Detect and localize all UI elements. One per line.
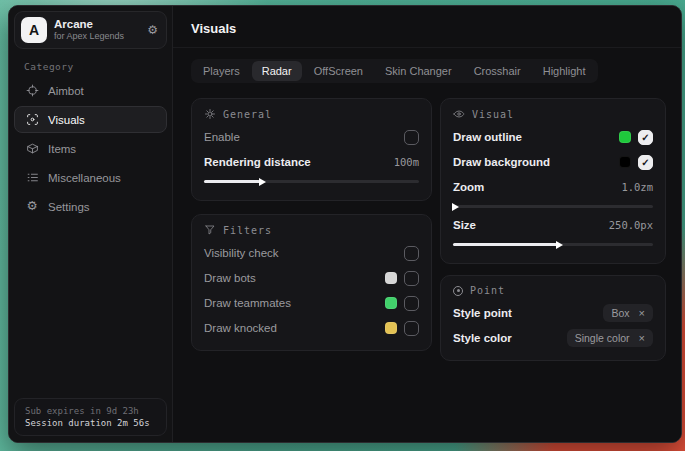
filters-panel-header: Filters bbox=[204, 224, 419, 236]
package-icon bbox=[25, 142, 39, 156]
funnel-icon bbox=[204, 224, 216, 236]
size-row: Size 250.0px bbox=[453, 214, 653, 236]
draw-bots-color-swatch[interactable] bbox=[385, 272, 397, 284]
tab-offscreen[interactable]: OffScreen bbox=[304, 61, 373, 81]
visibility-check-row: Visibility check bbox=[204, 242, 419, 264]
eye-scan-icon bbox=[25, 113, 39, 127]
tab-players[interactable]: Players bbox=[193, 61, 250, 81]
size-value: 250.0px bbox=[609, 219, 653, 231]
style-color-value: Single color bbox=[575, 332, 630, 344]
draw-outline-row: Draw outline ✓ bbox=[453, 126, 653, 148]
sub-expires-text: Sub expires in 9d 23h bbox=[25, 406, 156, 416]
panel-title: Visual bbox=[472, 109, 514, 120]
draw-bots-checkbox[interactable] bbox=[404, 271, 419, 286]
sidebar-item-visuals[interactable]: Visuals bbox=[14, 106, 167, 133]
draw-outline-checkbox[interactable]: ✓ bbox=[638, 130, 653, 145]
sidebar-item-miscellaneous[interactable]: Miscellaneous bbox=[14, 164, 167, 191]
list-icon bbox=[25, 171, 39, 185]
tab-bar: Players Radar OffScreen Skin Changer Cro… bbox=[191, 59, 598, 83]
slider-thumb[interactable] bbox=[556, 241, 563, 249]
zoom-slider[interactable] bbox=[453, 205, 653, 208]
main-header: Visuals bbox=[173, 6, 681, 48]
style-point-value: Box bbox=[611, 307, 629, 319]
tab-skin-changer[interactable]: Skin Changer bbox=[375, 61, 462, 81]
gear-icon: ⚙ bbox=[25, 200, 39, 214]
rendering-distance-row: Rendering distance 100m bbox=[204, 151, 419, 173]
slider-thumb[interactable] bbox=[452, 203, 459, 211]
sidebar-item-items[interactable]: Items bbox=[14, 135, 167, 162]
close-icon[interactable]: × bbox=[639, 308, 645, 319]
draw-outline-color-swatch[interactable] bbox=[619, 131, 631, 143]
header-gear-icon[interactable]: ⚙ bbox=[147, 23, 158, 37]
app-subtitle: for Apex Legends bbox=[54, 31, 124, 41]
app-logo: A bbox=[21, 17, 47, 43]
draw-outline-label: Draw outline bbox=[453, 131, 522, 143]
draw-teammates-label: Draw teammates bbox=[204, 297, 291, 309]
panel-title: Point bbox=[470, 285, 505, 296]
draw-teammates-checkbox[interactable] bbox=[404, 296, 419, 311]
draw-teammates-row: Draw teammates bbox=[204, 292, 419, 314]
slider-fill bbox=[204, 180, 260, 183]
left-column: General Enable Rendering distance 100m bbox=[191, 98, 432, 351]
visibility-check-label: Visibility check bbox=[204, 247, 279, 259]
zoom-row: Zoom 1.0zm bbox=[453, 176, 653, 198]
size-slider[interactable] bbox=[453, 243, 653, 246]
visual-panel: Visual Draw outline ✓ Draw background bbox=[440, 98, 666, 264]
eye-icon bbox=[453, 108, 465, 120]
zoom-label: Zoom bbox=[453, 181, 484, 193]
tab-crosshair[interactable]: Crosshair bbox=[464, 61, 531, 81]
slider-fill bbox=[453, 243, 557, 246]
enable-checkbox[interactable] bbox=[404, 130, 419, 145]
sidebar-item-label: Settings bbox=[48, 201, 90, 213]
slider-thumb[interactable] bbox=[259, 178, 266, 186]
draw-knocked-checkbox[interactable] bbox=[404, 321, 419, 336]
rendering-distance-slider[interactable] bbox=[204, 180, 419, 183]
cog-icon bbox=[204, 108, 216, 120]
draw-bots-label: Draw bots bbox=[204, 272, 256, 284]
style-color-chip[interactable]: Single color × bbox=[567, 329, 653, 347]
draw-knocked-row: Draw knocked bbox=[204, 317, 419, 339]
sidebar-item-settings[interactable]: ⚙ Settings bbox=[14, 193, 167, 220]
rendering-distance-label: Rendering distance bbox=[204, 156, 311, 168]
draw-background-color-swatch[interactable] bbox=[619, 156, 631, 168]
enable-label: Enable bbox=[204, 131, 240, 143]
visibility-check-checkbox[interactable] bbox=[404, 246, 419, 261]
sidebar-item-label: Aimbot bbox=[48, 85, 84, 97]
subscription-footer-card: Sub expires in 9d 23h Session duration 2… bbox=[14, 398, 167, 436]
sidebar-item-label: Visuals bbox=[48, 114, 85, 126]
draw-background-row: Draw background ✓ bbox=[453, 151, 653, 173]
enable-row: Enable bbox=[204, 126, 419, 148]
panel-title: General bbox=[223, 109, 272, 120]
general-panel: General Enable Rendering distance 100m bbox=[191, 98, 432, 201]
draw-bots-row: Draw bots bbox=[204, 267, 419, 289]
point-icon bbox=[453, 286, 463, 296]
right-column: Visual Draw outline ✓ Draw background bbox=[440, 98, 666, 361]
app-name: Arcane bbox=[54, 18, 124, 31]
style-color-row: Style color Single color × bbox=[453, 327, 653, 349]
sidebar-header-card: A Arcane for Apex Legends ⚙ bbox=[14, 11, 167, 49]
panel-title: Filters bbox=[223, 225, 272, 236]
sidebar-nav: Aimbot Visuals Items Miscellaneous bbox=[9, 77, 172, 220]
content-area: General Enable Rendering distance 100m bbox=[173, 83, 681, 361]
session-duration-text: Session duration 2m 56s bbox=[25, 418, 156, 428]
style-point-chip[interactable]: Box × bbox=[603, 304, 653, 322]
zoom-value: 1.0zm bbox=[621, 181, 653, 193]
sidebar-item-label: Items bbox=[48, 143, 76, 155]
close-icon[interactable]: × bbox=[639, 333, 645, 344]
general-panel-header: General bbox=[204, 108, 419, 120]
tab-highlight[interactable]: Highlight bbox=[533, 61, 596, 81]
filters-panel: Filters Visibility check Draw bots bbox=[191, 214, 432, 351]
point-panel: Point Style point Box × Style color bbox=[440, 275, 666, 361]
category-label: Category bbox=[24, 61, 172, 72]
draw-knocked-label: Draw knocked bbox=[204, 322, 277, 334]
app-window: A Arcane for Apex Legends ⚙ Category Aim… bbox=[8, 5, 682, 443]
draw-background-checkbox[interactable]: ✓ bbox=[638, 155, 653, 170]
style-point-row: Style point Box × bbox=[453, 302, 653, 324]
main-panel: Visuals Players Radar OffScreen Skin Cha… bbox=[173, 6, 681, 442]
point-panel-header: Point bbox=[453, 285, 653, 296]
sidebar-item-aimbot[interactable]: Aimbot bbox=[14, 77, 167, 104]
tab-radar[interactable]: Radar bbox=[252, 61, 302, 81]
draw-teammates-color-swatch[interactable] bbox=[385, 297, 397, 309]
visual-panel-header: Visual bbox=[453, 108, 653, 120]
draw-knocked-color-swatch[interactable] bbox=[385, 322, 397, 334]
